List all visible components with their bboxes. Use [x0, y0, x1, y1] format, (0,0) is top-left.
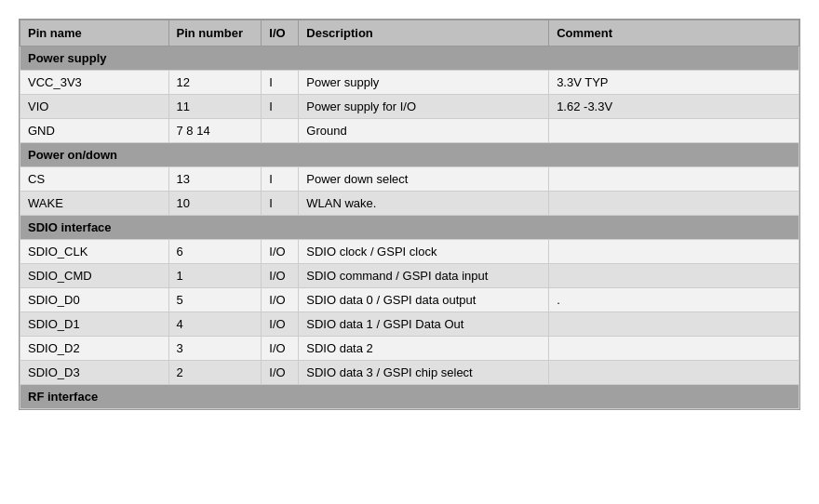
cell-comment [549, 312, 799, 337]
cell-description: Ground [299, 119, 549, 143]
cell-number: 10 [168, 192, 262, 216]
cell-comment [549, 337, 799, 361]
table-row: SDIO_CMD1I/OSDIO command / GSPI data inp… [20, 264, 799, 288]
cell-number: 7 8 14 [168, 119, 262, 143]
header-row: Pin name Pin number I/O Description Comm… [20, 20, 799, 46]
table-row: VIO11IPower supply for I/O1.62 -3.3V [20, 95, 799, 119]
cell-comment [549, 240, 799, 264]
cell-description: WLAN wake. [299, 192, 549, 216]
cell-pin: SDIO_CMD [20, 264, 169, 288]
cell-description: Power supply [299, 71, 549, 95]
cell-comment [549, 264, 799, 288]
cell-io: I/O [262, 264, 299, 288]
cell-io: I/O [262, 288, 299, 312]
cell-comment [549, 192, 799, 216]
cell-description: SDIO data 0 / GSPI data output [299, 288, 549, 312]
cell-io: I [262, 167, 299, 192]
pin-table-container: Pin name Pin number I/O Description Comm… [19, 19, 800, 410]
cell-pin: VCC_3V3 [20, 71, 169, 95]
cell-pin: SDIO_D2 [20, 337, 169, 361]
header-pin-name: Pin name [20, 20, 169, 46]
cell-pin: GND [20, 119, 169, 143]
cell-io: I [262, 71, 299, 95]
table-row: GND7 8 14Ground [20, 119, 799, 143]
cell-comment: 3.3V TYP [549, 71, 799, 95]
table-row: SDIO_D32I/OSDIO data 3 / GSPI chip selec… [20, 361, 799, 385]
cell-comment [549, 167, 799, 192]
cell-number: 13 [168, 167, 262, 192]
cell-pin: SDIO_CLK [20, 240, 169, 264]
cell-io [262, 119, 299, 143]
cell-comment [549, 361, 799, 385]
cell-description: Power supply for I/O [299, 95, 549, 119]
section-title: Power supply [20, 46, 799, 71]
section-title: SDIO interface [20, 216, 799, 240]
cell-number: 12 [168, 71, 262, 95]
table-row: SDIO_D05I/OSDIO data 0 / GSPI data outpu… [20, 288, 799, 312]
cell-pin: SDIO_D3 [20, 361, 169, 385]
cell-number: 4 [168, 312, 262, 337]
table-row: WAKE10IWLAN wake. [20, 192, 799, 216]
table-row: CS13IPower down select [20, 167, 799, 192]
section-header-row: Power supply [20, 46, 799, 71]
cell-comment: 1.62 -3.3V [549, 95, 799, 119]
cell-pin: WAKE [20, 192, 169, 216]
section-header-row: RF interface [20, 385, 799, 409]
cell-description: SDIO data 1 / GSPI Data Out [299, 312, 549, 337]
cell-pin: CS [20, 167, 169, 192]
cell-io: I/O [262, 361, 299, 385]
section-header-row: SDIO interface [20, 216, 799, 240]
cell-pin: SDIO_D1 [20, 312, 169, 337]
cell-io: I [262, 192, 299, 216]
cell-io: I/O [262, 312, 299, 337]
cell-pin: VIO [20, 95, 169, 119]
cell-number: 5 [168, 288, 262, 312]
table-row: SDIO_D14I/OSDIO data 1 / GSPI Data Out [20, 312, 799, 337]
cell-io: I/O [262, 337, 299, 361]
header-io: I/O [262, 20, 299, 46]
cell-description: SDIO data 2 [299, 337, 549, 361]
cell-number: 11 [168, 95, 262, 119]
cell-io: I/O [262, 240, 299, 264]
cell-number: 3 [168, 337, 262, 361]
header-comment: Comment [549, 20, 799, 46]
cell-io: I [262, 95, 299, 119]
section-title: RF interface [20, 385, 799, 409]
header-pin-number: Pin number [168, 20, 262, 46]
cell-comment [549, 119, 799, 143]
pin-table: Pin name Pin number I/O Description Comm… [20, 20, 799, 409]
table-row: SDIO_CLK6I/OSDIO clock / GSPI clock [20, 240, 799, 264]
cell-comment: . [549, 288, 799, 312]
cell-description: SDIO command / GSPI data input [299, 264, 549, 288]
cell-pin: SDIO_D0 [20, 288, 169, 312]
cell-description: SDIO clock / GSPI clock [299, 240, 549, 264]
cell-number: 6 [168, 240, 262, 264]
table-row: SDIO_D23I/OSDIO data 2 [20, 337, 799, 361]
cell-description: Power down select [299, 167, 549, 192]
cell-description: SDIO data 3 / GSPI chip select [299, 361, 549, 385]
table-row: VCC_3V312IPower supply3.3V TYP [20, 71, 799, 95]
section-title: Power on/down [20, 143, 799, 167]
section-header-row: Power on/down [20, 143, 799, 167]
header-description: Description [299, 20, 549, 46]
cell-number: 2 [168, 361, 262, 385]
cell-number: 1 [168, 264, 262, 288]
